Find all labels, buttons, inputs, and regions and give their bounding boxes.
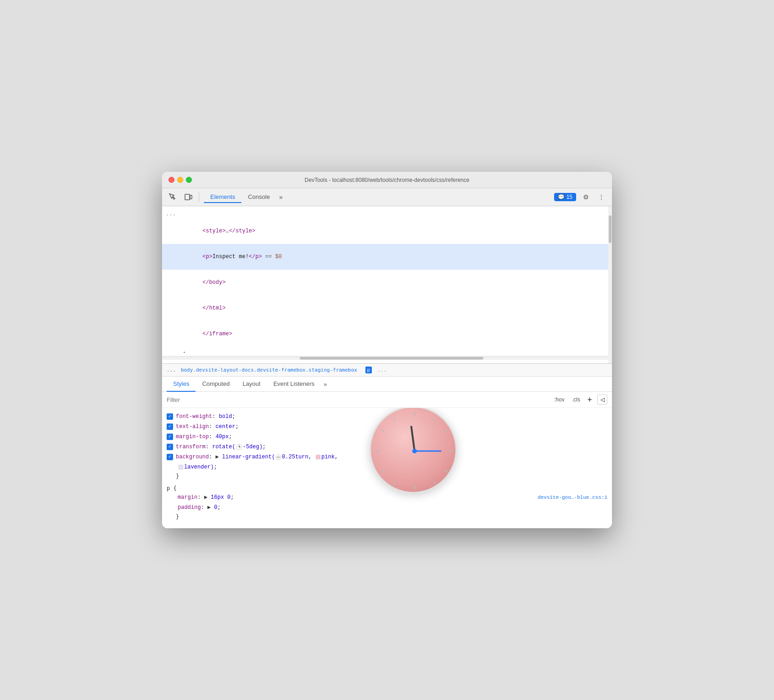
svg-line-20 bbox=[444, 470, 449, 473]
styles-panel: Styles Computed Layout Event Listeners »… bbox=[162, 377, 612, 528]
toggle-sidebar-button[interactable]: ◁ bbox=[597, 395, 607, 405]
device-toggle-icon[interactable] bbox=[182, 191, 194, 203]
gradient-circle-icon bbox=[275, 454, 281, 460]
title-bar: DevTools - localhost:8080/web/tools/chro… bbox=[162, 172, 612, 188]
minimize-button[interactable] bbox=[177, 177, 183, 183]
clock-icon bbox=[236, 444, 242, 450]
checkbox-transform[interactable] bbox=[167, 444, 173, 450]
svg-point-5 bbox=[239, 446, 240, 447]
close-button[interactable] bbox=[168, 177, 174, 183]
rule2-closing-brace: } bbox=[167, 513, 607, 521]
toolbar-right: 💬 15 ⚙ ⋮ bbox=[554, 191, 607, 203]
checkbox-background[interactable] bbox=[167, 454, 173, 460]
styles-tabs: Styles Computed Layout Event Listeners » bbox=[162, 377, 612, 392]
svg-line-18 bbox=[393, 481, 395, 485]
tab-event-listeners[interactable]: Event Listeners bbox=[267, 377, 321, 392]
checkbox-text-align[interactable] bbox=[167, 423, 173, 430]
svg-rect-0 bbox=[185, 194, 190, 200]
svg-line-16 bbox=[444, 429, 449, 432]
traffic-lights bbox=[168, 177, 192, 183]
css-prop-padding[interactable]: padding : ▶ 0 ; bbox=[167, 502, 607, 513]
svg-line-15 bbox=[434, 417, 436, 421]
svg-line-21 bbox=[411, 427, 415, 451]
checkbox-font-weight[interactable] bbox=[167, 413, 173, 420]
window-title: DevTools - localhost:8080/web/tools/chro… bbox=[305, 177, 470, 183]
tab-more[interactable]: » bbox=[321, 377, 330, 391]
horizontal-scrollbar-thumb[interactable] bbox=[300, 357, 483, 360]
svg-line-17 bbox=[381, 470, 385, 473]
horizontal-scrollbar[interactable] bbox=[162, 356, 612, 360]
breadcrumb-body[interactable]: body.devsite-layout-docs.devsite-framebo… bbox=[179, 367, 359, 373]
maximize-button[interactable] bbox=[186, 177, 192, 183]
filter-actions: :hov .cls + ◁ bbox=[552, 395, 607, 405]
checkbox-margin-top[interactable] bbox=[167, 434, 173, 440]
html-line-p[interactable]: <p>Inspect me!</p> == $0 bbox=[162, 244, 612, 270]
html-line-html-close[interactable]: </html> bbox=[162, 295, 612, 321]
hov-button[interactable]: :hov bbox=[552, 395, 566, 404]
messages-badge[interactable]: 💬 15 bbox=[554, 193, 576, 201]
menu-icon[interactable]: ⋮ bbox=[595, 191, 607, 203]
html-line-iframe-close[interactable]: </iframe> bbox=[162, 321, 612, 347]
more-tabs-button[interactable]: » bbox=[276, 192, 286, 203]
html-line-body-close[interactable]: </body> bbox=[162, 270, 612, 295]
filter-bar: :hov .cls + ◁ bbox=[162, 392, 612, 408]
tab-computed[interactable]: Computed bbox=[196, 377, 236, 392]
settings-icon[interactable]: ⚙ bbox=[580, 191, 592, 203]
badge-icon: 💬 bbox=[558, 194, 565, 200]
breadcrumb-dots[interactable]: ... bbox=[167, 367, 176, 373]
clock-overlay bbox=[370, 408, 457, 493]
devtools-window: DevTools - localhost:8080/web/tools/chro… bbox=[162, 172, 612, 528]
clock-ticks bbox=[371, 408, 458, 495]
html-line-style[interactable]: <style>…</style> bbox=[162, 218, 612, 244]
css-rule-block-2: p { margin : ▶ 16px 0 ; devsite-goo…-blu… bbox=[167, 484, 607, 521]
tab-elements[interactable]: Elements bbox=[204, 192, 241, 203]
css-rules: font-weight : bold ; text-align : center… bbox=[162, 408, 612, 528]
clock-face bbox=[370, 408, 457, 493]
breadcrumb-separator bbox=[360, 367, 364, 373]
toolbar-separator bbox=[199, 192, 199, 202]
breadcrumb-bar: ... body.devsite-layout-docs.devsite-fra… bbox=[162, 364, 612, 377]
inspect-icon[interactable] bbox=[167, 191, 179, 203]
badge-count: 15 bbox=[566, 194, 572, 200]
color-swatch-pink[interactable] bbox=[316, 455, 320, 459]
devtools-toolbar: Elements Console » 💬 15 ⚙ ⋮ bbox=[162, 188, 612, 206]
svg-rect-1 bbox=[190, 195, 192, 199]
vertical-scrollbar[interactable] bbox=[608, 206, 612, 363]
html-line-dot: . bbox=[162, 347, 612, 356]
html-panel: ... <style>…</style> <p>Inspect me!</p> … bbox=[162, 206, 612, 364]
svg-line-14 bbox=[381, 429, 385, 432]
breadcrumb-more[interactable]: ... bbox=[377, 367, 387, 373]
svg-line-19 bbox=[434, 481, 436, 485]
add-style-button[interactable]: + bbox=[586, 395, 594, 405]
cls-button[interactable]: .cls bbox=[570, 395, 582, 404]
color-swatch-lavender[interactable] bbox=[179, 465, 183, 469]
tab-layout[interactable]: Layout bbox=[236, 377, 267, 392]
css-source-link[interactable]: devsite-goo…-blue.css:1 bbox=[538, 493, 607, 502]
filter-input[interactable] bbox=[167, 396, 552, 403]
tab-console[interactable]: Console bbox=[241, 192, 276, 203]
vertical-scrollbar-thumb[interactable] bbox=[609, 215, 611, 243]
svg-point-23 bbox=[412, 449, 417, 453]
svg-line-13 bbox=[393, 417, 395, 421]
tab-styles[interactable]: Styles bbox=[167, 377, 196, 392]
main-tabs: Elements Console » bbox=[204, 192, 550, 203]
breadcrumb-p[interactable]: p bbox=[365, 367, 372, 373]
html-ellipsis: ... bbox=[162, 210, 612, 218]
